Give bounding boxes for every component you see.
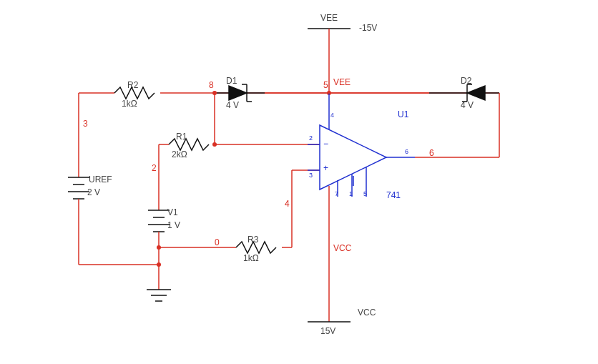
pin4: 4 bbox=[330, 112, 334, 119]
svg-point-46 bbox=[157, 245, 161, 250]
u1-model: 741 bbox=[386, 190, 401, 200]
vcc-name: VCC bbox=[358, 308, 376, 318]
net4: 4 bbox=[285, 199, 290, 209]
net-vee: VEE bbox=[333, 77, 351, 87]
d2-ref: D2 bbox=[461, 76, 471, 86]
r1-val: 2kΩ bbox=[172, 149, 187, 159]
vee-name: VEE bbox=[320, 13, 338, 23]
uref-ref: UREF bbox=[89, 174, 112, 185]
net6: 6 bbox=[429, 148, 434, 158]
v1-symbol bbox=[148, 210, 170, 232]
d1-ref: D1 bbox=[226, 76, 237, 86]
net-vcc: VCC bbox=[333, 243, 351, 253]
pin7: 7 bbox=[335, 190, 338, 197]
u1-ref: U1 bbox=[398, 109, 408, 119]
d2-symbol bbox=[429, 84, 499, 102]
vee-value: -15V bbox=[359, 23, 377, 33]
r3-val: 1kΩ bbox=[243, 253, 259, 263]
net8: 8 bbox=[209, 80, 214, 90]
uref-val: 2 V bbox=[87, 187, 100, 197]
v1-val: 1 V bbox=[167, 220, 180, 230]
svg-marker-6 bbox=[229, 86, 247, 100]
net0: 0 bbox=[215, 237, 220, 247]
ground-symbol bbox=[147, 290, 171, 301]
u1-minus: − bbox=[323, 139, 328, 149]
d1-val: 4 V bbox=[226, 100, 239, 110]
d2-val: 4 V bbox=[461, 100, 474, 110]
pin6: 6 bbox=[405, 148, 408, 155]
r2-val: 1kΩ bbox=[122, 99, 137, 109]
u1-plus: + bbox=[323, 163, 328, 173]
net5: 5 bbox=[323, 80, 328, 90]
vcc-value: 15V bbox=[320, 326, 335, 336]
r2-ref: R2 bbox=[127, 80, 138, 90]
uref-symbol bbox=[68, 177, 89, 199]
pin5: 5 bbox=[363, 190, 367, 197]
r1-ref: R1 bbox=[176, 132, 187, 142]
r3-ref: R3 bbox=[247, 235, 258, 245]
d1-symbol bbox=[215, 84, 265, 102]
pin3: 3 bbox=[309, 172, 313, 179]
v1-ref: V1 bbox=[167, 207, 178, 217]
pin2: 2 bbox=[309, 134, 313, 142]
net2: 2 bbox=[152, 163, 157, 173]
pin1: 1 bbox=[349, 190, 353, 197]
opamp-symbol bbox=[308, 125, 415, 197]
net3: 3 bbox=[83, 119, 88, 129]
svg-marker-13 bbox=[467, 86, 485, 100]
schematic-canvas[interactable]: { "rails":{ "vee":{"name":"VEE","value":… bbox=[0, 0, 598, 364]
